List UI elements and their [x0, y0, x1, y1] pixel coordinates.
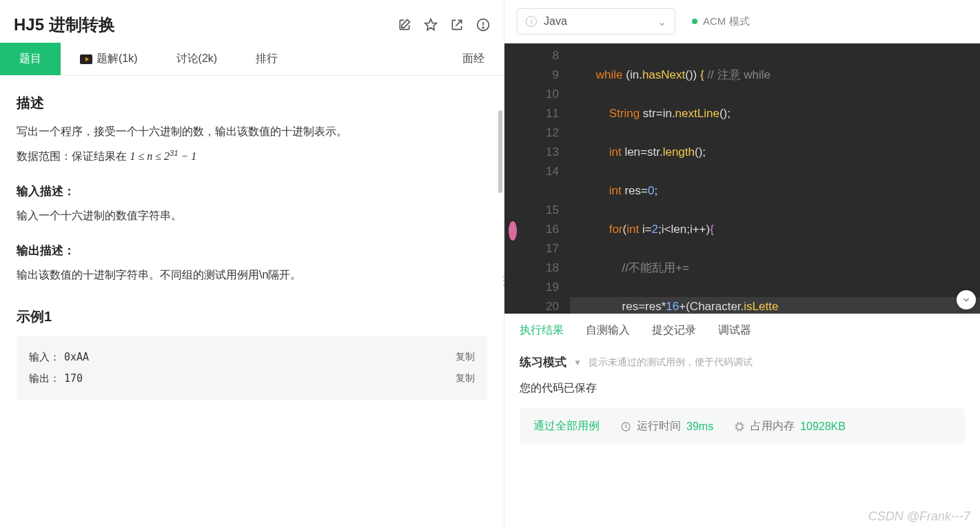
- tab-label: 排行: [256, 52, 278, 66]
- example-output-row: 输出：170 复制: [29, 368, 475, 389]
- copy-input-button[interactable]: 复制: [456, 351, 475, 363]
- section-output-heading: 输出描述：: [17, 243, 487, 258]
- left-pane: HJ5 进制转换 题目 题解(1k) 讨论(2k) 排行 面经 描述 写出一个程…: [0, 0, 504, 528]
- section-input-heading: 输入描述：: [17, 183, 487, 199]
- runtime-stat: 运行时间 39ms: [620, 419, 713, 434]
- chevron-down-icon: ⌄: [657, 15, 666, 28]
- language-select[interactable]: iJava ⌄: [517, 8, 675, 34]
- runtime-value: 39ms: [686, 420, 713, 433]
- chip-icon: [734, 421, 745, 432]
- practice-mode-hint: 提示未通过的测试用例，便于代码调试: [589, 356, 753, 369]
- example-output-value: 170: [64, 372, 83, 385]
- rtab-submit[interactable]: 提交记录: [652, 323, 696, 338]
- clock-icon: [620, 421, 631, 432]
- memory-value: 10928KB: [800, 420, 846, 433]
- copy-output-button[interactable]: 复制: [456, 372, 475, 385]
- section-desc-heading: 描述: [17, 94, 487, 112]
- result-tabs: 执行结果 自测输入 提交记录 调试器: [504, 314, 980, 343]
- desc-range: 数据范围：保证结果在 1 ≤ n ≤ 231 − 1: [17, 146, 487, 167]
- pass-box: 通过全部用例 运行时间 39ms 占用内存 10928KB: [520, 408, 965, 445]
- line-gutter: 891011121314151617181920: [504, 43, 570, 314]
- practice-mode-line: 练习模式 ▼ 提示未通过的测试用例，便于代码调试: [520, 354, 965, 370]
- problem-tabs: 题目 题解(1k) 讨论(2k) 排行 面经: [0, 43, 504, 76]
- output-text: 输出该数值的十进制字符串。不同组的测试用例用\n隔开。: [17, 265, 487, 285]
- problem-content[interactable]: 描述 写出一个程序，接受一个十六进制的数，输出该数值的十进制表示。 数据范围：保…: [0, 76, 504, 528]
- info-icon: i: [526, 16, 537, 27]
- svg-marker-0: [425, 19, 437, 30]
- result-body: 练习模式 ▼ 提示未通过的测试用例，便于代码调试 您的代码已保存 通过全部用例 …: [504, 343, 980, 457]
- tab-interview[interactable]: 面经: [443, 43, 504, 75]
- tab-discuss[interactable]: 讨论(2k): [157, 43, 237, 75]
- right-pane: iJava ⌄ ACM 模式 891011121314151617181920 …: [504, 0, 980, 528]
- tab-solutions[interactable]: 题解(1k): [61, 43, 157, 75]
- pass-label: 通过全部用例: [533, 419, 600, 434]
- breakpoint-icon[interactable]: [509, 221, 517, 241]
- example-output-label: 输出：: [29, 372, 60, 384]
- scroll-down-button[interactable]: [957, 290, 976, 309]
- scrollbar-thumb[interactable]: [498, 110, 502, 193]
- example-input-row: 输入：0xAA 复制: [29, 347, 475, 368]
- tab-label: 题解(1k): [96, 52, 138, 66]
- star-icon[interactable]: [424, 18, 438, 32]
- example-input-label: 输入：: [29, 351, 60, 363]
- code-editor[interactable]: 891011121314151617181920 while (in.hasNe…: [504, 43, 980, 314]
- memory-stat: 占用内存 10928KB: [734, 419, 846, 434]
- saved-message: 您的代码已保存: [520, 381, 965, 396]
- runtime-label: 运行时间: [637, 419, 681, 434]
- svg-point-3: [482, 27, 484, 28]
- tab-label: 讨论(2k): [176, 52, 218, 66]
- tab-problem[interactable]: 题目: [0, 43, 61, 75]
- memory-label: 占用内存: [751, 419, 795, 434]
- input-text: 输入一个十六进制的数值字符串。: [17, 206, 487, 226]
- tab-rank[interactable]: 排行: [236, 43, 297, 75]
- chevron-down-icon[interactable]: ▼: [573, 358, 582, 367]
- section-example-heading: 示例1: [17, 307, 487, 326]
- editor-mode: ACM 模式: [692, 15, 750, 28]
- share-icon[interactable]: [450, 18, 464, 32]
- alert-icon[interactable]: [476, 18, 490, 32]
- editor-toolbar: iJava ⌄ ACM 模式: [504, 0, 980, 43]
- edit-icon[interactable]: [398, 18, 411, 32]
- status-dot-icon: [692, 19, 697, 24]
- tab-label: 面经: [462, 52, 484, 66]
- desc-text: 写出一个程序，接受一个十六进制的数，输出该数值的十进制表示。: [17, 122, 487, 142]
- practice-mode-label[interactable]: 练习模式: [520, 354, 566, 370]
- example-block: 输入：0xAA 复制 输出：170 复制: [17, 336, 487, 400]
- rtab-debug[interactable]: 调试器: [718, 323, 751, 338]
- editor-mode-label: ACM 模式: [703, 15, 750, 28]
- video-icon: [80, 54, 92, 64]
- watermark: CSDN @Frank---7: [868, 509, 970, 524]
- problem-header: HJ5 进制转换: [0, 0, 504, 43]
- tab-label: 题目: [19, 52, 41, 66]
- header-actions: [398, 18, 490, 32]
- svg-rect-5: [737, 424, 742, 429]
- rtab-self[interactable]: 自测输入: [586, 323, 630, 338]
- rtab-exec[interactable]: 执行结果: [520, 323, 564, 338]
- code-area[interactable]: while (in.hasNext()) { // 注意 while Strin…: [570, 43, 980, 314]
- language-label: Java: [544, 15, 567, 28]
- example-input-value: 0xAA: [64, 351, 89, 363]
- problem-title: HJ5 进制转换: [14, 14, 115, 36]
